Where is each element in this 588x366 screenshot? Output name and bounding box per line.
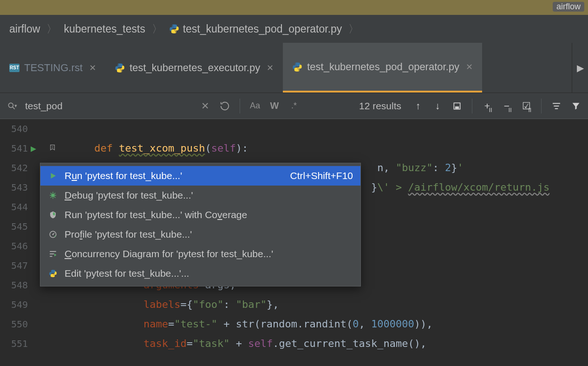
- svg-line-14: [54, 197, 55, 198]
- close-icon[interactable]: ✕: [267, 63, 274, 73]
- regex-icon[interactable]: .*: [287, 100, 301, 113]
- add-selection-icon[interactable]: +II: [481, 100, 494, 113]
- select-all-occurrences-icon[interactable]: ☑II: [520, 100, 533, 113]
- line-number[interactable]: 541▶: [0, 139, 70, 158]
- window-titlebar: airflow: [0, 0, 588, 15]
- menu-item-label: Concurrency Diagram for 'pytest for test…: [65, 248, 353, 260]
- context-menu-item[interactable]: Concurrency Diagram for 'pytest for test…: [40, 244, 360, 264]
- python-file-icon: [169, 24, 179, 34]
- filter-icon[interactable]: [569, 100, 582, 113]
- menu-item-shortcut: Ctrl+Shift+F10: [290, 170, 353, 181]
- code-content[interactable]: labels={"foo": "bar"},: [70, 295, 588, 314]
- remove-selection-icon[interactable]: −II: [500, 100, 513, 113]
- breadcrumb-item-label: test_kubernetes_pod_operator.py: [183, 23, 342, 35]
- context-menu-item[interactable]: Edit 'pytest for test_kube...'...: [40, 264, 360, 283]
- svg-point-0: [8, 103, 13, 107]
- title-badge: airflow: [553, 2, 584, 12]
- run-gutter-icon[interactable]: ▶: [31, 139, 36, 158]
- line-number[interactable]: 551: [0, 334, 70, 353]
- toggle-filter-icon[interactable]: [550, 100, 563, 113]
- breadcrumb-item[interactable]: kubernetes_tests: [64, 23, 145, 35]
- run-icon: [48, 172, 58, 180]
- search-input[interactable]: [25, 100, 146, 112]
- tab-scroll-right-button[interactable]: ▶: [572, 43, 588, 93]
- debug-icon: [48, 191, 58, 200]
- code-line[interactable]: 540: [0, 119, 588, 139]
- chevron-right-icon: 〉: [46, 22, 57, 36]
- context-menu-item[interactable]: Debug 'pytest for test_kube...': [40, 186, 360, 205]
- menu-item-label: Profile 'pytest for test_kube...': [65, 229, 353, 240]
- svg-line-15: [51, 197, 52, 198]
- concurrency-icon: [48, 250, 58, 258]
- tab-test-executor[interactable]: test_kubernetes_executor.py ✕: [105, 43, 283, 93]
- menu-item-label: Run 'pytest for test_kube...': [65, 170, 284, 181]
- edit-icon: [48, 269, 58, 278]
- editor-tabstrip: RST TESTING.rst ✕ test_kubernetes_execut…: [0, 43, 588, 93]
- close-icon[interactable]: ✕: [89, 63, 96, 73]
- chevron-right-icon: 〉: [348, 22, 359, 36]
- close-icon[interactable]: ✕: [466, 62, 473, 72]
- menu-item-label: Run 'pytest for test_kube...' with Cover…: [65, 209, 353, 220]
- rst-file-icon: RST: [9, 64, 20, 72]
- svg-line-16: [54, 193, 55, 194]
- tab-label: test_kubernetes_pod_operator.py: [307, 61, 459, 73]
- tab-label: TESTING.rst: [24, 62, 83, 74]
- svg-rect-3: [456, 106, 459, 108]
- code-line[interactable]: 541▶ def test_xcom_push(self):: [0, 139, 588, 158]
- clear-search-icon[interactable]: ✕: [199, 100, 212, 113]
- results-count: 12 results: [359, 100, 401, 112]
- menu-item-label: Debug 'pytest for test_kube...': [65, 190, 353, 201]
- prev-match-icon[interactable]: ↑: [412, 100, 425, 113]
- line-number[interactable]: 549: [0, 295, 70, 314]
- fold-icon[interactable]: [49, 139, 56, 158]
- coverage-icon: [48, 211, 58, 219]
- code-content[interactable]: task_id="task" + self.get_current_task_n…: [70, 334, 588, 353]
- code-content[interactable]: name="test-" + str(random.randint(0, 100…: [70, 314, 588, 334]
- tab-test-pod-operator[interactable]: test_kubernetes_pod_operator.py ✕: [283, 43, 482, 93]
- context-menu: Run 'pytest for test_kube...'Ctrl+Shift+…: [40, 163, 361, 286]
- svg-point-8: [51, 193, 55, 197]
- breadcrumb-item[interactable]: test_kubernetes_pod_operator.py: [169, 23, 342, 35]
- line-number[interactable]: 540: [0, 119, 70, 139]
- code-line[interactable]: 549 labels={"foo": "bar"},: [0, 295, 588, 314]
- match-case-icon[interactable]: Aa: [248, 100, 261, 113]
- select-all-icon[interactable]: [451, 100, 464, 113]
- line-number[interactable]: 550: [0, 314, 70, 334]
- search-icon[interactable]: ▾: [6, 100, 19, 113]
- menu-item-label: Edit 'pytest for test_kube...'...: [65, 268, 353, 279]
- next-match-icon[interactable]: ↓: [431, 100, 444, 113]
- context-menu-item[interactable]: Profile 'pytest for test_kube...': [40, 225, 360, 244]
- context-menu-item[interactable]: Run 'pytest for test_kube...'Ctrl+Shift+…: [40, 166, 360, 186]
- find-toolbar: ▾ ✕ Aa W .* 12 results ↑ ↓ +II −II ☑II: [0, 93, 588, 119]
- tab-testing-rst[interactable]: RST TESTING.rst ✕: [0, 43, 105, 93]
- chevron-right-icon: 〉: [152, 22, 163, 36]
- profile-icon: [48, 230, 58, 239]
- breadcrumb: airflow 〉 kubernetes_tests 〉 test_kubern…: [0, 15, 588, 43]
- words-icon[interactable]: W: [268, 100, 281, 113]
- code-line[interactable]: 551 task_id="task" + self.get_current_ta…: [0, 334, 588, 353]
- svg-point-18: [52, 234, 53, 235]
- tab-label: test_kubernetes_executor.py: [130, 62, 260, 74]
- python-file-icon: [292, 62, 302, 72]
- code-content[interactable]: def test_xcom_push(self):: [70, 139, 588, 158]
- history-icon[interactable]: [218, 100, 231, 113]
- code-line[interactable]: 550 name="test-" + str(random.randint(0,…: [0, 314, 588, 334]
- python-file-icon: [115, 63, 125, 73]
- breadcrumb-item[interactable]: airflow: [9, 23, 40, 35]
- svg-line-13: [51, 193, 52, 194]
- context-menu-item[interactable]: Run 'pytest for test_kube...' with Cover…: [40, 205, 360, 225]
